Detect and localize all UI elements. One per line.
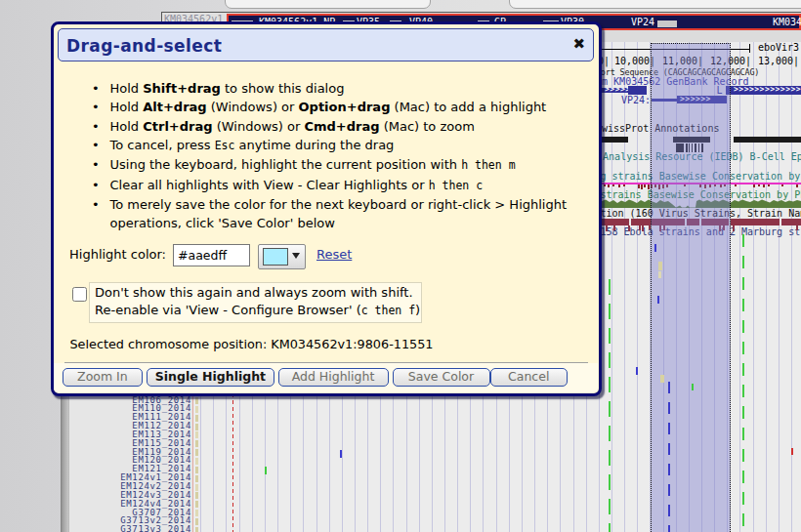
conservation-spike xyxy=(768,184,770,186)
reset-link[interactable]: Reset xyxy=(316,247,352,262)
strain-start-tick xyxy=(195,458,198,465)
cancel-button[interactable]: Cancel xyxy=(490,368,569,387)
instruction-list: Hold Shift+drag to show this dialogHold … xyxy=(69,79,599,233)
virus-strains-gap xyxy=(780,219,781,225)
variant-tick xyxy=(658,262,662,270)
conservation-spike xyxy=(638,184,640,188)
instruction-item: Clear all highlights with View - Clear H… xyxy=(69,176,599,195)
color-swatch xyxy=(263,248,288,266)
highlight-color-label: Highlight color: xyxy=(69,247,166,262)
strand-arrows: >>>>> xyxy=(605,88,628,94)
top-form-box-2 xyxy=(509,0,801,9)
assembly-label: eboVir3 xyxy=(758,43,799,53)
strain-label: EM124v3_2014 xyxy=(61,492,191,499)
strain-start-tick xyxy=(195,484,198,491)
strain-label: EM124v2_2014 xyxy=(61,483,191,490)
strain-start-tick xyxy=(195,492,198,499)
instruction-item: To cancel, press Esc anytime during the … xyxy=(69,136,599,155)
strain-label: EM115_2014 xyxy=(61,440,191,447)
strain-start-tick xyxy=(195,449,198,456)
conservation-spike xyxy=(648,184,650,189)
gene-box xyxy=(657,20,677,28)
track-item-bar: >>>>> xyxy=(602,88,628,94)
add-highlight-button[interactable]: Add Highlight xyxy=(278,368,389,387)
instruction-item: To merely save the color for the next ke… xyxy=(69,195,599,233)
scale-bar-tick xyxy=(749,44,750,53)
instruction-item: Using the keyboard, highlight the curren… xyxy=(69,155,599,175)
note-line: Don't show this again and always zoom wi… xyxy=(95,284,421,302)
conservation-spike xyxy=(735,184,737,186)
strain-start-tick xyxy=(195,518,198,525)
virus-strains-tick xyxy=(639,225,641,230)
instruction-item: Hold Alt+drag (Windows) or Option+drag (… xyxy=(69,98,599,116)
conservation-spike xyxy=(763,184,765,187)
dont-show-checkbox[interactable] xyxy=(72,287,87,302)
strain-start-tick xyxy=(195,527,198,532)
conservation-spike xyxy=(753,184,755,187)
conservation-spike xyxy=(796,184,798,187)
drag-select-dialog: Drag-and-select ✖ Hold Shift+drag to sho… xyxy=(51,21,602,396)
save-color-button[interactable]: Save Color xyxy=(393,368,490,387)
strain-start-tick xyxy=(195,501,198,508)
strain-label: EM113_2014 xyxy=(61,431,191,438)
conservation-spike xyxy=(758,184,760,186)
conservation-spike xyxy=(644,184,646,187)
variant-dashed-line xyxy=(742,234,744,532)
variant-tick xyxy=(340,450,342,458)
conservation-spike xyxy=(604,184,606,186)
variant-tick xyxy=(654,244,656,252)
top-form-box-1 xyxy=(225,0,431,9)
gene-bar-label: KM034 xyxy=(773,18,801,27)
conservation-spike xyxy=(623,184,625,186)
dont-show-note: Don't show this again and always zoom wi… xyxy=(89,282,422,323)
variant-tick xyxy=(657,296,660,304)
track-item-bar xyxy=(628,86,647,95)
instruction-item: Hold Shift+drag to show this dialog xyxy=(69,79,599,98)
track-item-bar: >>>>>>>>>>>>>> xyxy=(731,86,801,95)
virus-strains-tick xyxy=(733,225,735,231)
variant-tick xyxy=(658,271,661,278)
ruler-position-label: 13,000| xyxy=(758,57,799,66)
zoom-in-button[interactable]: Zoom In xyxy=(63,368,143,387)
dialog-button-pane: Zoom InSingle HighlightAdd HighlightSave… xyxy=(54,363,598,393)
virus-strains-tick xyxy=(628,225,630,231)
conservation-spike xyxy=(641,184,643,189)
variant-tick xyxy=(791,448,793,455)
strain-start-tick xyxy=(195,424,198,430)
dialog-body: Hold Shift+drag to show this dialogHold … xyxy=(54,24,599,393)
instruction-item: Hold Ctrl+drag (Windows) or Cmd+drag (Ma… xyxy=(69,117,599,136)
highlight-color-input[interactable] xyxy=(173,244,250,266)
virus-strains-tick xyxy=(613,225,615,230)
variant-tick xyxy=(692,384,694,390)
strain-label: EM124v4_2014 xyxy=(61,501,191,508)
strain-start-tick xyxy=(195,467,198,473)
variant-dashed-line xyxy=(609,279,611,532)
note-line: Re-enable via 'View - Configure Browser'… xyxy=(95,302,421,320)
gene-label-vp24: VP24: xyxy=(621,96,651,105)
track-item-bar xyxy=(734,137,801,143)
conservation-spike xyxy=(612,184,614,186)
strain-start-tick xyxy=(195,415,198,422)
color-swatch-picker[interactable] xyxy=(258,244,306,269)
strain-start-tick xyxy=(195,406,198,413)
strain-start-tick xyxy=(195,431,198,438)
virus-strains-tick xyxy=(642,225,644,231)
variant-dashed-line xyxy=(668,382,670,532)
virus-strains-tick xyxy=(606,225,608,231)
virus-strains-tick xyxy=(796,225,798,230)
strain-start-tick xyxy=(195,475,198,482)
single-highlight-button[interactable]: Single Highlight xyxy=(147,368,274,387)
conservation-spike xyxy=(618,184,620,187)
variant-tick xyxy=(636,367,638,375)
strain-label: G3713v3_2014 xyxy=(61,526,191,532)
conservation-spike xyxy=(781,184,783,186)
selected-position-text: Selected chromosome position: KM034562v1… xyxy=(70,337,434,351)
screen: KM034562v1 KM034562v1_NPVP35VP40GPVP30VP… xyxy=(0,0,801,532)
strain-start-tick xyxy=(195,440,198,447)
gene-bar-label: VP24 xyxy=(631,18,654,27)
variant-tick xyxy=(660,375,664,383)
chevron-down-icon xyxy=(292,253,300,259)
strain-label: EM112_2014 xyxy=(61,423,191,430)
strand-arrows: >>>>>>>>>>>>>> xyxy=(734,86,801,94)
conservation-spike xyxy=(608,184,610,187)
